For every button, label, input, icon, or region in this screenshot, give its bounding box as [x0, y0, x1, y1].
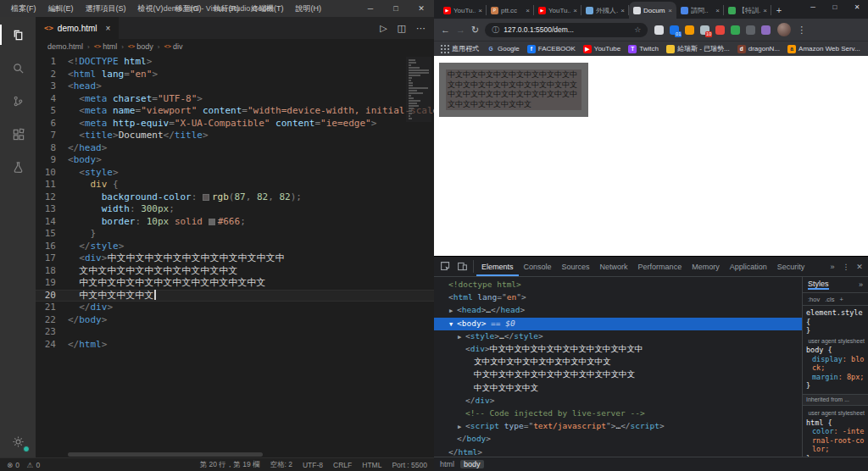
profile-avatar[interactable]	[777, 23, 791, 36]
tab-close-icon[interactable]: ×	[478, 7, 482, 14]
maximize-button[interactable]: □	[824, 0, 846, 14]
dom-node[interactable]: ▶<style>…</style>	[434, 330, 802, 343]
css-selector[interactable]: html {	[806, 418, 865, 428]
dom-breadcrumb-item[interactable]: body	[460, 460, 484, 468]
dom-node[interactable]: </html>	[434, 446, 802, 457]
code-line[interactable]: 24</html>	[36, 339, 434, 352]
bookmark-item[interactable]: 給瑞斯 - 已瑞勢...	[666, 44, 730, 53]
browser-tab[interactable]: 外國人..×	[581, 2, 629, 19]
breadcrumb-item[interactable]: <>div	[164, 42, 182, 51]
extension-icon[interactable]	[761, 25, 771, 35]
code-line[interactable]: 1<!DOCTYPE html>	[36, 56, 434, 69]
test-flask-icon[interactable]	[8, 158, 27, 176]
code-line[interactable]: 17 <div>中文中文中文中文中文中文中文中文中文中	[36, 252, 434, 265]
dom-node[interactable]: 中文中文中文中文中文中文中文中文中文中文	[434, 368, 802, 381]
devtools-tab-network[interactable]: Network	[595, 257, 633, 276]
extension-icon[interactable]	[746, 25, 755, 35]
tab-close-icon[interactable]: ×	[526, 7, 530, 14]
minimize-button[interactable]: ─	[358, 0, 383, 17]
devtools-tab-console[interactable]: Console	[519, 257, 557, 276]
bookmark-star-icon[interactable]: ☆	[634, 25, 641, 34]
source-control-icon[interactable]	[8, 91, 27, 110]
menubar-item[interactable]: 選擇項目(S)	[80, 3, 132, 14]
search-icon[interactable]	[8, 58, 27, 77]
more-actions-icon[interactable]: ⋯	[416, 23, 426, 34]
status-problems[interactable]: ⚠0	[27, 461, 40, 469]
expand-arrow-icon[interactable]: ▼	[449, 319, 457, 330]
code-line[interactable]: 15 }	[36, 228, 434, 241]
status-item[interactable]: Port : 5500	[392, 460, 427, 470]
tab-close-icon[interactable]: ×	[715, 7, 720, 14]
menubar-item[interactable]: 編輯(E)	[42, 3, 80, 14]
status-item[interactable]: 第 20 行，第 19 欄	[200, 460, 260, 470]
browser-tab[interactable]: ▶YouTu...×	[439, 2, 487, 19]
code-line[interactable]: 7 <title>Document</title>	[36, 130, 434, 142]
bookmark-item[interactable]: fFACEBOOK	[527, 45, 576, 53]
extension-icon[interactable]: 01	[670, 25, 679, 35]
tab-close-icon[interactable]: ×	[573, 7, 577, 14]
code-line[interactable]: 16 </style>	[36, 241, 434, 253]
stylesheet-source[interactable]: user agent stylesheet	[806, 337, 865, 346]
status-item[interactable]: HTML	[362, 460, 381, 470]
expand-arrow-icon[interactable]: ▶	[458, 422, 465, 433]
breadcrumb-item[interactable]: demo.html	[47, 42, 83, 51]
menubar-item[interactable]: 檔案(F)	[5, 3, 42, 14]
code-line[interactable]: 10 <style>	[36, 167, 434, 180]
code-line[interactable]: 9<body>	[36, 154, 434, 167]
close-button[interactable]: ✕	[409, 0, 434, 17]
expand-arrow-icon[interactable]: ▶	[458, 332, 465, 343]
status-item[interactable]: 空格: 2	[270, 460, 292, 470]
code-line[interactable]: 20 中文中文中文中文	[36, 290, 434, 302]
dom-node[interactable]: <html lang="en">	[434, 291, 802, 304]
dom-node[interactable]: <div>中文中文中文中文中文中文中文中文中文中	[434, 343, 802, 356]
extension-icon[interactable]: 10	[700, 25, 709, 35]
styles-filter-item[interactable]: +	[839, 296, 843, 303]
css-selector[interactable]: body {	[806, 346, 865, 355]
devtools-tab-application[interactable]: Application	[725, 257, 772, 276]
dom-breadcrumb-item[interactable]: html	[440, 460, 454, 468]
css-selector[interactable]: element.style {	[806, 308, 865, 326]
browser-tab[interactable]: 【特訓..×	[724, 2, 771, 19]
horizontal-scrollbar[interactable]	[68, 452, 263, 457]
new-tab-button[interactable]: +	[771, 3, 787, 18]
devtools-tab-memory[interactable]: Memory	[687, 257, 725, 276]
extension-icon[interactable]	[654, 25, 664, 35]
code-line[interactable]: 8</head>	[36, 142, 434, 155]
dom-node[interactable]: </body>	[434, 433, 802, 446]
settings-gear-icon[interactable]	[8, 432, 27, 451]
devtools-tabs-overflow-icon[interactable]: »	[826, 263, 838, 271]
extension-icon[interactable]	[715, 25, 725, 35]
bookmark-item[interactable]: ▶YouTube	[583, 45, 620, 53]
extension-icon[interactable]	[731, 25, 740, 35]
code-line[interactable]: 11 div {	[36, 179, 434, 191]
browser-tab[interactable]: 請問..×	[676, 2, 724, 19]
code-line[interactable]: 3<head>	[36, 80, 434, 93]
extension-icon[interactable]	[685, 25, 694, 35]
breadcrumb-item[interactable]: <>body	[128, 42, 153, 51]
editor-tab-demo-html[interactable]: <> demo.html ×	[36, 17, 119, 39]
code-line[interactable]: 13 width: 300px;	[36, 203, 434, 216]
bookmark-item[interactable]: TTwitch	[628, 45, 659, 53]
minimap[interactable]	[406, 57, 431, 122]
minimize-button[interactable]: ─	[802, 0, 824, 14]
devtools-close-icon[interactable]: ✕	[854, 263, 865, 271]
dom-node[interactable]: </div>	[434, 395, 802, 407]
bookmark-item[interactable]: GGoogle	[487, 45, 520, 53]
dom-node[interactable]: ▶<head>…</head>	[434, 304, 802, 317]
forward-button[interactable]: →	[456, 25, 465, 35]
split-editor-icon[interactable]: ◫	[398, 23, 406, 34]
code-editor[interactable]: 1<!DOCTYPE html>2<html lang="en">3<head>…	[36, 54, 434, 457]
devtools-menu-icon[interactable]: ⋮	[840, 263, 852, 271]
tab-close-icon[interactable]: ×	[668, 7, 672, 14]
styles-tab[interactable]: Styles	[808, 280, 829, 290]
css-property[interactable]: color: -internal-root-color;	[806, 427, 865, 454]
devtools-tab-performance[interactable]: Performance	[633, 257, 687, 276]
styles-filter-item[interactable]: .cls	[825, 296, 834, 303]
device-toolbar-icon[interactable]	[453, 257, 470, 276]
code-line[interactable]: 21 </div>	[36, 302, 434, 314]
css-property[interactable]: display: block;	[806, 355, 865, 373]
maximize-button[interactable]: □	[383, 0, 409, 17]
dom-node[interactable]: 文中文中文中文中文中文中文中文中文	[434, 356, 802, 368]
close-button[interactable]: ✕	[846, 0, 868, 14]
dom-node[interactable]: ▼<body> == $0	[434, 318, 802, 330]
